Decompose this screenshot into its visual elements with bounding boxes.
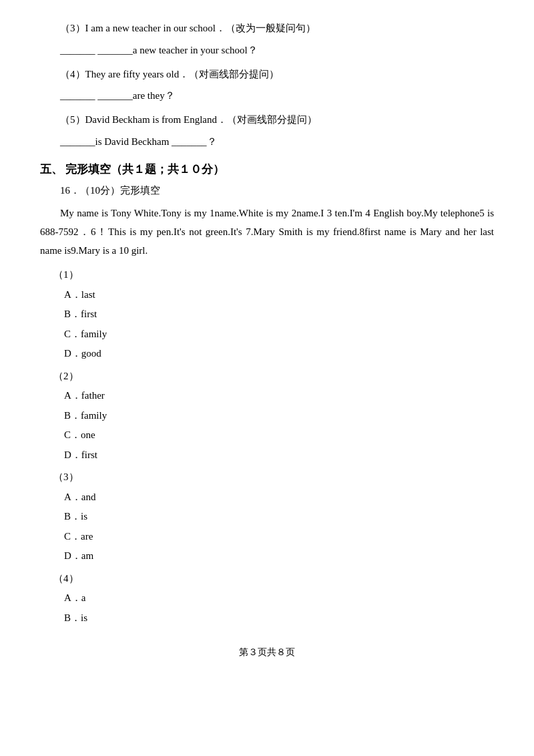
mcq-num-4: （4） [53,570,494,588]
q5-blank: _______is David Beckham _______？ [60,133,494,151]
mcq-option-4-a: A．a [64,590,494,607]
mcq-num-1: （1） [53,266,494,284]
mcq-option-4-b: B．is [64,610,494,627]
mcq-option-1-d: D．good [64,345,494,363]
q4-blank: _______ _______are they？ [60,87,494,105]
passage-text: My name is Tony White.Tony is my 1name.W… [40,204,494,260]
mcq-option-1-c: C．family [64,326,494,343]
page-footer: 第３页共８页 [40,646,494,658]
mcq-option-2-a: A．father [64,387,494,405]
question-3: （3）I am a new teacher in our school．（改为一… [40,20,494,59]
mcq-option-3-c: C．are [64,528,494,546]
q3-label: （3）I am a new teacher in our school．（改为一… [60,20,494,37]
q5-label: （5）David Beckham is from England．（对画线部分提… [60,112,494,129]
mcq-option-2-d: D．first [64,447,494,464]
mcq-option-3-a: A．and [64,489,494,506]
question-5: （5）David Beckham is from England．（对画线部分提… [40,112,494,151]
mcq-option-3-d: D．am [64,548,494,565]
mcq-num-2: （2） [53,368,494,385]
mcq-option-3-b: B．is [64,508,494,526]
q4-label: （4）They are fifty years old．（对画线部分提问） [60,66,494,83]
mcq-option-1-a: A．last [64,287,494,304]
mcq-container: （1）A．lastB．firstC．familyD．good（2）A．fathe… [40,266,494,626]
mcq-option-1-b: B．first [64,306,494,323]
q3-blank: _______ _______a new teacher in your sch… [60,41,494,59]
section5-header: 五、 完形填空（共１题；共１０分） [40,162,494,177]
mcq-num-3: （3） [53,469,494,486]
question-4: （4）They are fifty years old．（对画线部分提问） __… [40,66,494,106]
section5-sub: 16．（10分）完形填空 [60,182,494,200]
mcq-option-2-b: B．family [64,407,494,425]
mcq-option-2-c: C．one [64,427,494,444]
